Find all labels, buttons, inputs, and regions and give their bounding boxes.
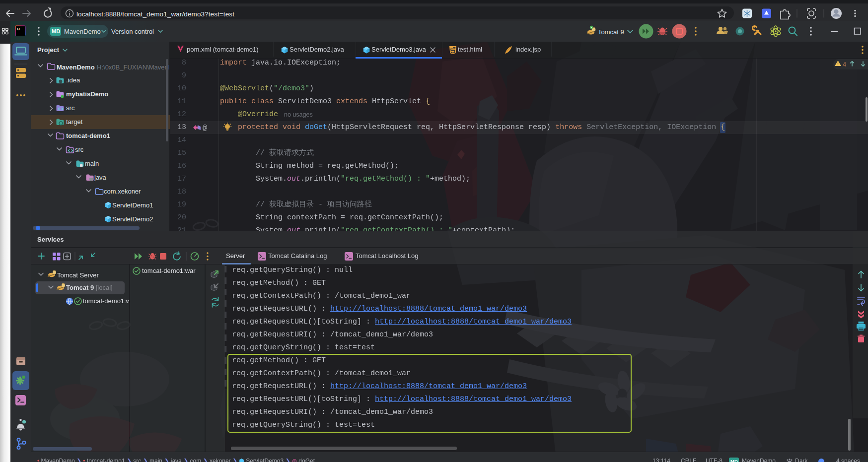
svg-text:Tomcat 9: Tomcat 9 xyxy=(598,28,624,36)
svg-text:@: @ xyxy=(203,124,207,132)
svg-text:4: 4 xyxy=(843,61,846,68)
